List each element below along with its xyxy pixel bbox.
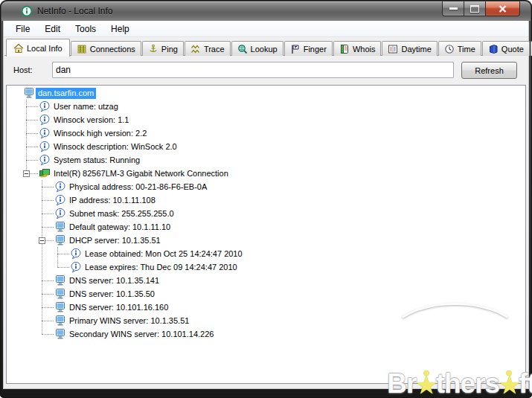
- menu-item-edit[interactable]: Edit: [38, 22, 67, 36]
- menu-item-tools[interactable]: Tools: [68, 22, 103, 36]
- tree-item[interactable]: Subnet mask: 255.255.255.0: [7, 207, 525, 220]
- tree-item-label: Subnet mask: 255.255.255.0: [67, 208, 176, 219]
- tree-item-label: System status: Running: [51, 155, 142, 166]
- host-input[interactable]: [52, 62, 454, 78]
- maximize-button[interactable]: [464, 1, 486, 16]
- tab-trace[interactable]: Trace: [185, 41, 231, 56]
- tab-lookup[interactable]: Lookup: [231, 41, 283, 56]
- tab-label: Time: [458, 45, 475, 54]
- tree-item-label: Winsock description: WinSock 2.0: [51, 141, 179, 153]
- close-button[interactable]: [486, 1, 520, 16]
- tree-item-label: DNS server: 10.1.35.141: [67, 275, 161, 286]
- tree-connector: [57, 267, 69, 269]
- connections-icon: [77, 44, 87, 54]
- tree-connector: [26, 160, 38, 161]
- quote-icon: [488, 44, 499, 54]
- tree-item-label: Primary WINS server: 10.1.35.51: [67, 315, 191, 327]
- tree-item-label: DNS server: 10.101.16.160: [67, 302, 170, 313]
- tab-daytime[interactable]: Daytime: [382, 41, 437, 56]
- star-icon: ★: [416, 373, 435, 397]
- menu-item-file[interactable]: File: [9, 22, 36, 36]
- tree-item[interactable]: DHCP server: 10.1.35.51: [7, 234, 525, 247]
- tree-item-label: Winsock version: 1.1: [51, 115, 131, 126]
- watermark-text: Br: [387, 368, 416, 398]
- house-icon: [13, 43, 24, 54]
- tree-connector: [26, 147, 38, 148]
- tree-item-label: DHCP server: 10.1.35.51: [67, 235, 163, 246]
- tab-connections[interactable]: Connections: [71, 41, 141, 56]
- tree-item[interactable]: Lease expires: Thu Dec 09 14:24:47 2010: [7, 260, 525, 274]
- brothersoft-watermark: Br★thers★ft: [387, 368, 532, 398]
- menu-bar: FileEditToolsHelp: [4, 21, 528, 37]
- info-icon: [39, 114, 51, 126]
- tree-item-label: Secondary WINS server: 10.101.14.226: [67, 329, 216, 340]
- refresh-button[interactable]: Refresh: [461, 62, 517, 79]
- maximize-icon: [470, 5, 479, 13]
- info-icon: [39, 154, 51, 166]
- computer-icon: [54, 221, 66, 233]
- info-icon: [39, 127, 51, 139]
- tree-item[interactable]: DNS server: 10.1.35.50: [7, 287, 525, 301]
- tree-connector: [42, 321, 54, 322]
- tab-strip: Local InfoConnectionsPingTraceLookupFing…: [6, 39, 528, 56]
- tree-item-label: dan.tsarfin.com: [36, 88, 96, 99]
- tab-time[interactable]: Time: [438, 41, 481, 56]
- trace-icon: [190, 44, 201, 54]
- window-controls: [442, 1, 520, 16]
- computer-icon: [54, 288, 66, 300]
- menu-item-help[interactable]: Help: [104, 22, 136, 36]
- minimize-icon: [449, 7, 458, 10]
- tree-item[interactable]: IP address: 10.1.11.108: [7, 193, 525, 207]
- watermark-text: ft: [519, 368, 532, 398]
- host-label: Host:: [13, 65, 33, 74]
- tree-connector: [42, 200, 54, 202]
- tree-connector: [42, 280, 54, 282]
- lookup-icon: [237, 44, 248, 54]
- tree-connector: [42, 334, 54, 336]
- computer-icon: [54, 328, 66, 340]
- ping-icon: [148, 44, 158, 54]
- tree-connector: [26, 133, 38, 135]
- tree-connector: [42, 214, 54, 215]
- tree-item[interactable]: Winsock version: 1.1: [7, 113, 525, 126]
- tree-item[interactable]: Lease obtained: Mon Oct 25 14:24:47 2010: [7, 247, 525, 260]
- daytime-icon: [388, 44, 398, 54]
- expander-minus-icon[interactable]: [39, 237, 45, 244]
- tree-item-label: Physical address: 00-21-86-F6-EB-0A: [67, 182, 209, 193]
- tree-connector: [42, 294, 54, 295]
- minimize-button[interactable]: [442, 1, 464, 16]
- title-bar[interactable]: NetInfo - Local Info: [1, 1, 531, 21]
- tree-item[interactable]: Winsock high version: 2.2: [7, 126, 525, 140]
- tree-item-label: Intel(R) 82567LM-3 Gigabit Network Conne…: [51, 168, 231, 179]
- tab-whois[interactable]: Whois: [333, 41, 382, 56]
- tree-item[interactable]: User name: utzag: [7, 100, 525, 113]
- info-icon: [70, 261, 82, 273]
- tab-label: Daytime: [401, 45, 431, 54]
- adapter-icon: [39, 167, 51, 179]
- tab-label: Finger: [304, 45, 327, 54]
- tab-ping[interactable]: Ping: [142, 41, 184, 56]
- watermark-arc-icon: [388, 303, 522, 374]
- tab-local-info[interactable]: Local Info: [6, 39, 70, 57]
- tree-item[interactable]: Default gateway: 10.1.11.10: [7, 220, 525, 234]
- tab-quote[interactable]: Quote: [482, 41, 530, 56]
- info-icon: [54, 208, 66, 219]
- tree-item[interactable]: Physical address: 00-21-86-F6-EB-0A: [7, 180, 525, 193]
- tab-label: Quote: [501, 45, 524, 54]
- tab-label: Lookup: [251, 45, 278, 54]
- tree-item-label: Lease obtained: Mon Oct 25 14:24:47 2010: [83, 248, 245, 260]
- tree-item[interactable]: DNS server: 10.1.35.141: [7, 274, 525, 287]
- window-title: NetInfo - Local Info: [37, 6, 112, 16]
- info-icon: [54, 181, 66, 193]
- tree-connector: [45, 240, 54, 242]
- tree-item[interactable]: Intel(R) 82567LM-3 Gigabit Network Conne…: [7, 167, 525, 180]
- tree-item[interactable]: Winsock description: WinSock 2.0: [7, 140, 525, 153]
- expander-minus-icon[interactable]: [23, 170, 30, 177]
- tree-item-label: User name: utzag: [51, 101, 121, 112]
- tree-item[interactable]: dan.tsarfin.com: [7, 86, 525, 100]
- info-icon: [54, 194, 66, 206]
- tree-item[interactable]: System status: Running: [7, 153, 525, 167]
- tab-finger[interactable]: Finger: [284, 41, 333, 56]
- whois-icon: [339, 44, 350, 54]
- info-icon: [70, 248, 82, 260]
